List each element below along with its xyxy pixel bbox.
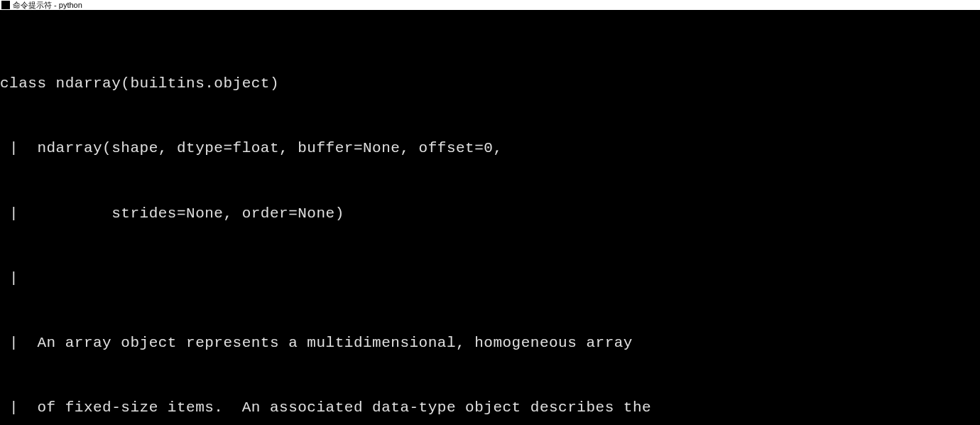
help-line: | bbox=[0, 268, 980, 289]
help-line: class ndarray(builtins.object) bbox=[0, 73, 980, 95]
cmd-icon bbox=[1, 1, 10, 9]
window-title: 命令提示符 - python bbox=[13, 0, 82, 10]
terminal-output[interactable]: class ndarray(builtins.object) | ndarray… bbox=[0, 10, 980, 425]
help-line: | ndarray(shape, dtype=float, buffer=Non… bbox=[0, 138, 980, 159]
help-line: | An array object represents a multidime… bbox=[0, 333, 980, 354]
help-line: | of fixed-size items. An associated dat… bbox=[0, 397, 980, 419]
window-titlebar: 命令提示符 - python bbox=[0, 0, 980, 10]
help-line: | strides=None, order=None) bbox=[0, 203, 980, 225]
